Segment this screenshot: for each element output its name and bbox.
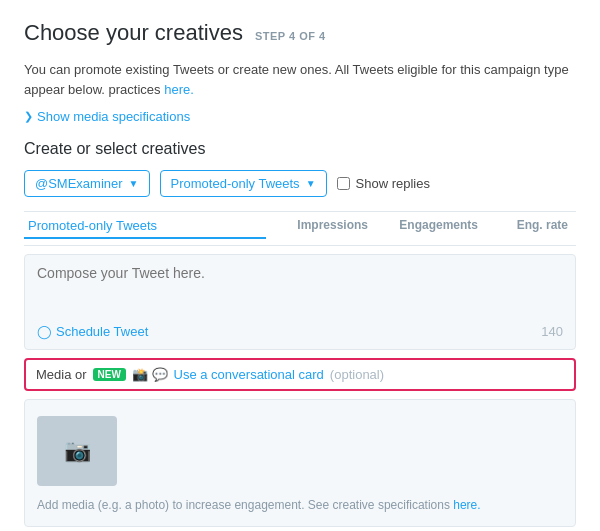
photo-placeholder[interactable]: 📷 (37, 416, 117, 486)
chevron-right-icon: ❯ (24, 110, 33, 123)
section-title: Create or select creatives (24, 140, 576, 158)
controls-row: @SMExaminer ▼ Promoted-only Tweets ▼ Sho… (24, 170, 576, 197)
show-specs-toggle[interactable]: ❯ Show media specifications (24, 109, 576, 124)
col-impressions: Impressions (266, 218, 376, 239)
tweet-textarea[interactable] (37, 265, 563, 315)
media-icons: 📸 💬 (132, 367, 168, 382)
col-engagements: Engagements (376, 218, 486, 239)
camera-icon: 📷 (64, 438, 91, 464)
intro-text: You can promote existing Tweets or creat… (24, 60, 576, 99)
step-label: STEP 4 OF 4 (255, 30, 326, 42)
intro-link[interactable]: here. (164, 82, 194, 97)
show-replies-row: Show replies (337, 176, 430, 191)
conversational-card-link[interactable]: Use a conversational card (174, 367, 324, 382)
show-replies-label: Show replies (356, 176, 430, 191)
account-dropdown[interactable]: @SMExaminer ▼ (24, 170, 150, 197)
schedule-tweet-link[interactable]: ◯ Schedule Tweet (37, 324, 148, 339)
tweet-compose-area: ◯ Schedule Tweet 140 (24, 254, 576, 350)
show-replies-checkbox[interactable] (337, 177, 350, 190)
col-promoted-tweets: Promoted-only Tweets (24, 218, 266, 239)
table-header: Promoted-only Tweets Impressions Engagem… (24, 211, 576, 246)
col-eng-rate: Eng. rate (486, 218, 576, 239)
page-header: Choose your creatives STEP 4 OF 4 (24, 20, 576, 46)
chevron-down-icon: ▼ (129, 178, 139, 189)
page-title: Choose your creatives (24, 20, 243, 46)
creative-specs-link[interactable]: here. (453, 498, 480, 512)
char-count: 140 (541, 324, 563, 339)
media-hint: Add media (e.g. a photo) to increase eng… (37, 496, 563, 514)
chevron-down-icon: ▼ (306, 178, 316, 189)
media-upload-area: 📷 Add media (e.g. a photo) to increase e… (24, 399, 576, 527)
media-bar[interactable]: Media or NEW 📸 💬 Use a conversational ca… (24, 358, 576, 391)
clock-icon: ◯ (37, 324, 52, 339)
filter-dropdown[interactable]: Promoted-only Tweets ▼ (160, 170, 327, 197)
tweet-compose-footer: ◯ Schedule Tweet 140 (37, 324, 563, 339)
new-badge: NEW (93, 368, 126, 381)
